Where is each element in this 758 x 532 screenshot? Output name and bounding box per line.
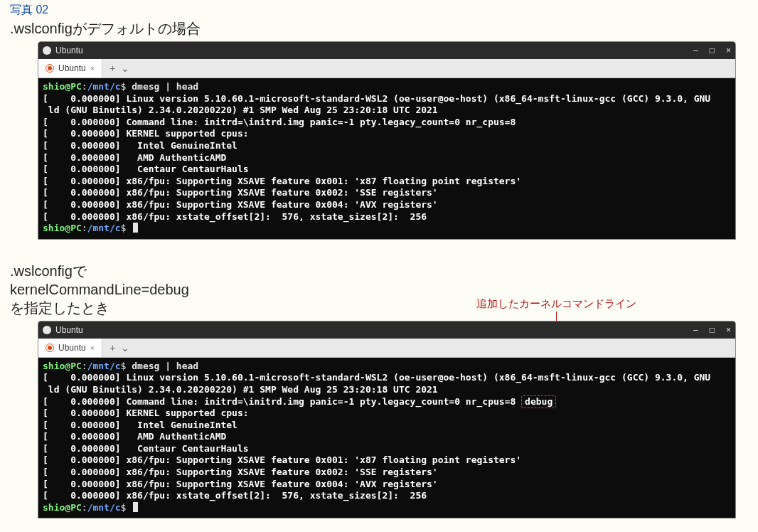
tab-bar: Ubuntu × + ⌄ — [38, 59, 735, 78]
ubuntu-icon — [46, 344, 54, 352]
maximize-button[interactable]: □ — [710, 46, 715, 55]
prompt-path: /mnt/c — [87, 502, 121, 513]
command-text: dmesg | head — [132, 361, 198, 371]
tab-label: Ubuntu — [58, 63, 86, 73]
titlebar: Ubuntu – □ × — [38, 42, 735, 59]
command-text: dmesg | head — [132, 81, 198, 92]
tab-ubuntu[interactable]: Ubuntu × — [38, 59, 102, 78]
out-line: [ 0.000000] x86/fpu: Supporting XSAVE fe… — [43, 199, 438, 210]
prompt-dollar: $ — [121, 361, 127, 371]
prompt-user: shio@PC — [43, 81, 82, 92]
highlighted-debug-token: debug — [521, 395, 556, 409]
terminal-output-1[interactable]: shio@PC:/mnt/c$ dmesg | head [ 0.000000]… — [38, 78, 735, 239]
app-icon — [43, 46, 51, 55]
cursor — [133, 223, 138, 233]
prompt-user: shio@PC — [43, 223, 82, 233]
tab-ubuntu[interactable]: Ubuntu × — [38, 339, 102, 357]
prompt-user: shio@PC — [43, 361, 82, 371]
prompt-path: /mnt/c — [87, 81, 121, 92]
ubuntu-icon — [46, 64, 54, 73]
prompt-colon: : — [82, 361, 87, 371]
minimize-button[interactable]: – — [693, 46, 698, 55]
out-line: [ 0.000000] Command line: initrd=\initrd… — [43, 117, 516, 127]
prompt-colon: : — [82, 81, 87, 92]
tab-close-button[interactable]: × — [90, 344, 95, 352]
out-line: [ 0.000000] x86/fpu: Supporting XSAVE fe… — [43, 479, 438, 489]
out-line: [ 0.000000] x86/fpu: xstate_offset[2]: 5… — [43, 490, 427, 501]
prompt-colon: : — [82, 502, 87, 513]
titlebar: Ubuntu – □ × — [38, 321, 735, 339]
tab-dropdown-button[interactable]: ⌄ — [121, 63, 129, 74]
out-line: [ 0.000000] Intel GenuineIntel — [43, 420, 237, 430]
maximize-button[interactable]: □ — [710, 326, 715, 334]
out-line: [ 0.000000] AMD AuthenticAMD — [43, 431, 226, 442]
prompt-path: /mnt/c — [87, 361, 121, 371]
out-line: ld (GNU Binutils) 2.34.0.20200220) #1 SM… — [43, 105, 438, 115]
out-line: [ 0.000000] AMD AuthenticAMD — [43, 152, 226, 163]
prompt-dollar: $ — [121, 223, 127, 233]
new-tab-button[interactable]: + — [110, 63, 115, 74]
new-tab-button[interactable]: + — [110, 342, 115, 353]
cursor — [133, 502, 138, 512]
out-line: [ 0.000000] Linux version 5.10.60.1-micr… — [43, 93, 710, 104]
tab-bar: Ubuntu × + ⌄ — [38, 339, 735, 358]
tab-label: Ubuntu — [58, 343, 86, 353]
close-button[interactable]: × — [726, 326, 731, 334]
photo-label: 写真 02 — [10, 3, 748, 18]
out-line: [ 0.000000] x86/fpu: Supporting XSAVE fe… — [43, 467, 438, 477]
out-line: [ 0.000000] Centaur CentaurHauls — [43, 164, 249, 174]
prompt-path: /mnt/c — [87, 223, 121, 233]
out-line: [ 0.000000] x86/fpu: xstate_offset[2]: 5… — [43, 211, 427, 222]
out-line: [ 0.000000] Centaur CentaurHauls — [43, 443, 249, 454]
prompt-dollar: $ — [121, 502, 127, 513]
out-line: [ 0.000000] Linux version 5.10.60.1-micr… — [43, 372, 710, 383]
out-line: ld (GNU Binutils) 2.34.0.20200220) #1 SM… — [43, 384, 438, 395]
out-line: [ 0.000000] Command line: initrd=\initrd… — [43, 396, 521, 407]
out-line: [ 0.000000] Intel GenuineIntel — [43, 140, 237, 151]
terminal-window-1: Ubuntu – □ × Ubuntu × + ⌄ shio@PC:/mnt/c… — [38, 42, 735, 239]
caption-2-line1: .wslconfigで — [10, 262, 748, 280]
caption-1: .wslconfigがデフォルトの場合 — [10, 19, 748, 38]
out-line: [ 0.000000] x86/fpu: Supporting XSAVE fe… — [43, 187, 438, 198]
annotation-label: 追加したカーネルコマンドライン — [476, 297, 636, 311]
terminal-output-2[interactable]: shio@PC:/mnt/c$ dmesg | head [ 0.000000]… — [38, 358, 735, 518]
window-title: Ubuntu — [55, 46, 83, 55]
prompt-dollar: $ — [121, 81, 127, 92]
caption-2-line2: kernelCommandLine=debug — [10, 280, 748, 299]
caption-2-line3: を指定したとき — [10, 299, 748, 317]
close-button[interactable]: × — [726, 46, 731, 55]
window-title: Ubuntu — [55, 325, 83, 335]
tab-close-button[interactable]: × — [90, 64, 95, 73]
prompt-colon: : — [82, 223, 87, 233]
minimize-button[interactable]: – — [693, 326, 698, 334]
out-line: [ 0.000000] KERNEL supported cpus: — [43, 128, 249, 139]
tab-dropdown-button[interactable]: ⌄ — [121, 342, 129, 353]
out-line: [ 0.000000] KERNEL supported cpus: — [43, 408, 249, 418]
prompt-user: shio@PC — [43, 502, 82, 513]
out-line: [ 0.000000] x86/fpu: Supporting XSAVE fe… — [43, 176, 521, 186]
app-icon — [43, 326, 51, 334]
out-line: [ 0.000000] x86/fpu: Supporting XSAVE fe… — [43, 454, 521, 465]
terminal-window-2: Ubuntu – □ × Ubuntu × + ⌄ shi — [38, 321, 735, 518]
